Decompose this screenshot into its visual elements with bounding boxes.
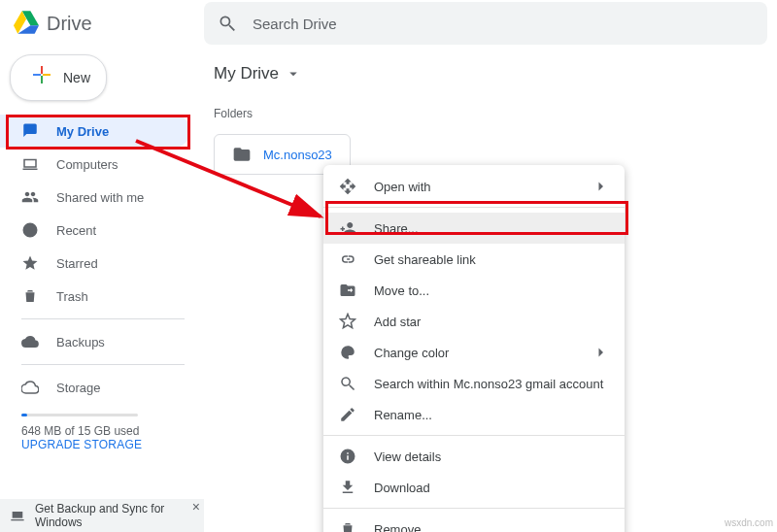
sidebar-item-label: Computers <box>56 157 118 172</box>
chevron-right-icon <box>591 344 609 361</box>
shared-icon <box>21 188 39 206</box>
breadcrumb[interactable]: My Drive <box>214 64 758 83</box>
recent-icon <box>21 221 39 239</box>
drive-icon <box>21 122 39 140</box>
ctx-change-color[interactable]: Change color <box>323 337 625 368</box>
sidebar-item-label: Shared with me <box>56 190 144 205</box>
context-menu: Open with Share... Get shareable link Mo… <box>323 165 625 532</box>
app-brand: Drive <box>47 13 92 35</box>
ctx-label: Move to... <box>374 283 609 298</box>
sidebar-item-label: Starred <box>56 256 98 271</box>
sidebar-item-trash[interactable]: Trash <box>0 280 190 313</box>
ctx-label: Share... <box>374 221 609 236</box>
cloud-icon <box>21 379 39 396</box>
search-bar[interactable]: Search Drive <box>204 2 767 45</box>
ctx-label: View details <box>374 449 609 464</box>
folder-name: Mc.nonso23 <box>263 148 332 162</box>
ctx-label: Download <box>374 481 609 495</box>
ctx-rename[interactable]: Rename... <box>323 399 625 430</box>
open-with-icon <box>339 178 356 195</box>
sidebar-item-label: My Drive <box>56 124 109 139</box>
ctx-remove[interactable]: Remove <box>323 514 625 532</box>
ctx-label: Open with <box>374 180 574 194</box>
sidebar-item-computers[interactable]: Computers <box>0 148 190 181</box>
ctx-share[interactable]: Share... <box>323 213 625 244</box>
banner-text: Get Backup and Sync for Windows <box>35 502 194 529</box>
plus-icon <box>30 63 53 92</box>
sidebar-item-storage[interactable]: Storage <box>0 371 190 404</box>
chevron-right-icon <box>591 178 609 195</box>
search-placeholder: Search Drive <box>253 16 337 32</box>
storage-progress-bar <box>21 414 138 416</box>
ctx-add-star[interactable]: Add star <box>323 306 625 337</box>
new-button-label: New <box>63 70 90 85</box>
download-icon <box>339 479 356 496</box>
app-header: Drive Search Drive <box>0 0 777 47</box>
ctx-move-to[interactable]: Move to... <box>323 275 625 306</box>
sidebar-item-my-drive[interactable]: My Drive <box>0 115 190 148</box>
device-icon <box>10 507 25 524</box>
ctx-download[interactable]: Download <box>323 472 625 503</box>
ctx-label: Add star <box>374 315 609 329</box>
share-icon <box>339 219 356 237</box>
logo-area: Drive <box>0 11 204 37</box>
star-outline-icon <box>339 313 356 330</box>
move-icon <box>339 282 356 299</box>
backup-sync-banner[interactable]: Get Backup and Sync for Windows × <box>0 499 204 532</box>
ctx-label: Change color <box>374 346 574 360</box>
ctx-label: Remove <box>374 522 609 533</box>
palette-icon <box>339 344 356 361</box>
breadcrumb-label: My Drive <box>214 64 279 83</box>
sidebar-item-label: Recent <box>56 223 96 238</box>
trash-icon <box>21 287 39 305</box>
star-icon <box>21 254 39 272</box>
sidebar-item-label: Backups <box>56 335 105 349</box>
drive-logo-icon <box>14 11 39 37</box>
sidebar-item-shared[interactable]: Shared with me <box>0 181 190 214</box>
sidebar-item-recent[interactable]: Recent <box>0 214 190 247</box>
chevron-down-icon <box>285 65 302 83</box>
folder-icon <box>232 145 252 164</box>
ctx-view-details[interactable]: View details <box>323 441 625 472</box>
new-button[interactable]: New <box>10 54 107 101</box>
ctx-label: Rename... <box>374 408 609 422</box>
sidebar-item-label: Storage <box>56 381 101 395</box>
sidebar-item-label: Trash <box>56 289 88 304</box>
computers-icon <box>21 155 39 173</box>
backups-icon <box>21 333 39 350</box>
search-within-icon <box>339 375 356 392</box>
ctx-search-within[interactable]: Search within Mc.nonso23 gmail account <box>323 368 625 399</box>
sidebar: New My Drive Computers Shared with me Re… <box>0 47 204 499</box>
sidebar-item-backups[interactable]: Backups <box>0 325 190 358</box>
rename-icon <box>339 406 356 423</box>
sidebar-item-starred[interactable]: Starred <box>0 247 190 280</box>
remove-icon <box>339 520 356 532</box>
section-header-folders: Folders <box>214 107 758 120</box>
link-icon <box>339 250 356 268</box>
ctx-label: Get shareable link <box>374 252 609 267</box>
ctx-label: Search within Mc.nonso23 gmail account <box>374 377 609 391</box>
storage-used-text: 648 MB of 15 GB used <box>21 424 183 438</box>
ctx-shareable-link[interactable]: Get shareable link <box>323 244 625 275</box>
ctx-open-with[interactable]: Open with <box>323 171 625 202</box>
watermark: wsxdn.com <box>725 517 773 528</box>
close-icon[interactable]: × <box>192 499 200 515</box>
storage-section: 648 MB of 15 GB used UPGRADE STORAGE <box>0 404 204 455</box>
info-icon <box>339 448 356 465</box>
search-icon <box>218 14 237 33</box>
upgrade-storage-link[interactable]: UPGRADE STORAGE <box>21 438 142 451</box>
